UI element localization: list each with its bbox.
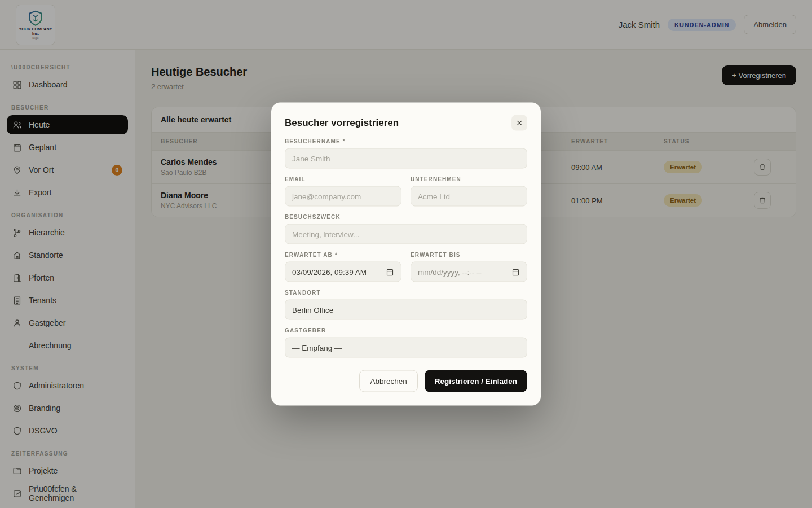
field-label-besuchername: Besuchername * [285, 138, 527, 144]
field-label-besuchszweck: Besuchszweck [285, 214, 527, 220]
preregister-modal: Besucher vorregistrieren ✕ Besuchername … [271, 103, 541, 406]
register-invite-button[interactable]: Registrieren / Einladen [425, 370, 527, 392]
company-input[interactable] [411, 186, 527, 207]
field-label-gastgeber: Gastgeber [285, 327, 527, 334]
expected-to-placeholder: mm/dd/yyyy, --:-- -- [418, 268, 511, 276]
calendar-icon [511, 268, 520, 276]
host-selected-value: — Empfang — [292, 343, 520, 352]
modal-title: Besucher vorregistrieren [285, 117, 399, 129]
location-select[interactable]: Berlin Office [285, 300, 527, 320]
purpose-input[interactable] [285, 224, 527, 244]
host-select[interactable]: — Empfang — [285, 338, 527, 358]
field-label-erwartet-ab: Erwartet ab * [285, 252, 401, 258]
visitor-name-input[interactable] [285, 148, 527, 169]
field-label-email: Email [285, 176, 401, 182]
field-label-unternehmen: Unternehmen [411, 176, 527, 182]
expected-from-datetime-input[interactable]: 03/09/2026, 09:39 AM [285, 262, 401, 282]
expected-to-datetime-input[interactable]: mm/dd/yyyy, --:-- -- [411, 262, 527, 282]
expected-from-value: 03/09/2026, 09:39 AM [292, 268, 386, 276]
calendar-icon [386, 268, 394, 276]
location-selected-value: Berlin Office [292, 305, 520, 314]
cancel-button[interactable]: Abbrechen [359, 370, 417, 392]
close-icon[interactable]: ✕ [511, 115, 527, 131]
field-label-standort: Standort [285, 290, 527, 296]
field-label-erwartet-bis: Erwartet bis [411, 252, 527, 258]
email-input[interactable] [285, 186, 401, 207]
